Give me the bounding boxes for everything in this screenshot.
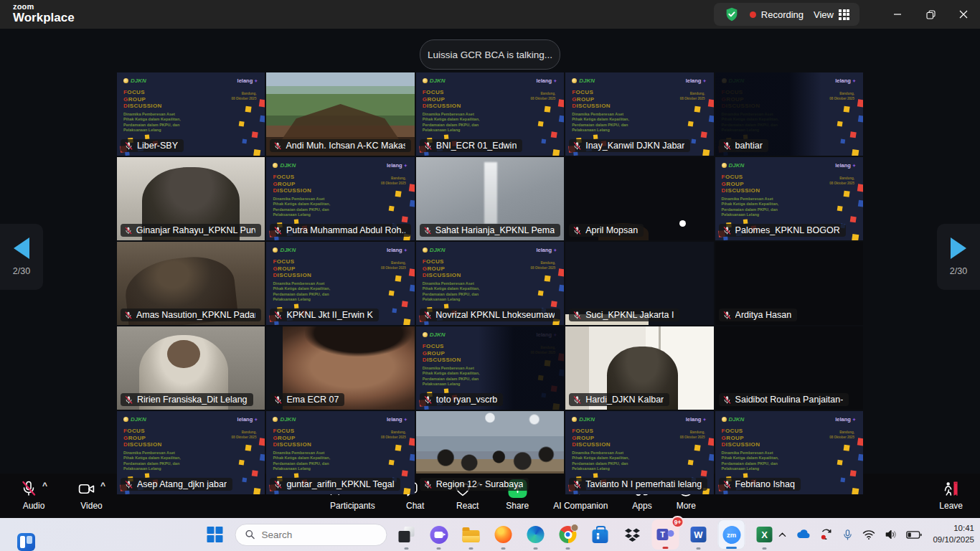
participant-tile[interactable]: DJKN lelang ✦ Bandung, 08 Oktober 2025 F… <box>416 242 564 325</box>
minimize-button[interactable] <box>881 0 914 29</box>
file-explorer-button[interactable] <box>458 518 484 551</box>
participant-tile[interactable]: Ema ECR 07 <box>266 326 414 410</box>
participant-tile[interactable]: DJKN lelang ✦ Bandung, 08 Oktober 2025 F… <box>117 411 265 494</box>
participant-tile[interactable]: DJKN lelang ✦ Bandung, 08 Oktober 2025 F… <box>565 72 713 156</box>
participant-name-label: Febriano Ishaq <box>719 478 801 491</box>
recording-indicator[interactable]: Recording <box>750 9 804 20</box>
windows-taskbar: T 9+ W zm X <box>0 518 980 551</box>
chrome-button[interactable] <box>555 518 581 551</box>
lelang-logo: lelang ✦ <box>387 247 407 253</box>
taskbar-clock[interactable]: 10:41 09/10/2025 <box>933 523 974 545</box>
djkn-logo-icon <box>572 417 577 422</box>
gallery-next-page-button[interactable]: 2/30 <box>937 224 980 290</box>
word-button[interactable]: W <box>686 518 712 551</box>
participant-name: April Mopsan <box>585 225 638 235</box>
participant-name-label: Saidibot Roulina Panjaitan- <box>719 393 849 406</box>
participant-tile[interactable]: Hardi_DJKN Kalbar <box>565 326 713 410</box>
participant-tile[interactable]: DJKN lelang ✦ Bandung, 08 Oktober 2025 F… <box>565 411 713 494</box>
participant-tile[interactable]: Andi Muh. Ichsan A-KC Makas... <box>266 72 414 156</box>
participant-tile[interactable]: Ririen Fransiska_Dit Lelang <box>117 326 265 410</box>
participant-tile[interactable]: DJKN lelang ✦ Bandung, 08 Oktober 2025 F… <box>266 242 414 325</box>
participant-tile[interactable]: DJKN lelang ✦ Bandung, 08 Oktober 2025 F… <box>266 157 414 240</box>
participant-tile[interactable]: DJKN lelang ✦ Bandung, 08 Oktober 2025 F… <box>715 157 863 240</box>
zoom-app-button[interactable]: zm <box>718 519 745 550</box>
edge-button[interactable] <box>523 518 549 551</box>
teams-button[interactable]: T 9+ <box>652 519 679 550</box>
participant-tile[interactable]: April Mopsan <box>565 157 713 240</box>
participant-name-label: Arditya Hasan <box>719 309 798 321</box>
participant-tile[interactable]: Saidibot Roulina Panjaitan- <box>715 326 863 410</box>
video-options-chevron[interactable]: ^ <box>100 481 105 491</box>
lelang-star-icon: ✦ <box>404 418 407 422</box>
participant-name-label: guntar_arifin_KPKNL Tegal <box>270 478 400 491</box>
widgets-button[interactable] <box>13 525 39 551</box>
participant-tile[interactable]: DJKN lelang ✦ Bandung, 08 Oktober 2025 F… <box>266 411 414 494</box>
participant-name-label: Ginanjar Rahayu_KPKNL Purw... <box>121 224 261 237</box>
lelang-star-icon: ✦ <box>553 79 557 83</box>
chat-app-button[interactable] <box>426 518 452 551</box>
slide-title: FOCUS GROUP DISCUSSION <box>423 343 564 364</box>
brand-workplace: Workplace <box>13 11 75 24</box>
wifi-icon[interactable] <box>862 527 876 542</box>
djkn-logo: DJKN <box>123 416 146 423</box>
participant-tile[interactable]: DJKN lelang ✦ Bandung, 08 Oktober 2025 F… <box>715 411 863 494</box>
tray-chevron-up-icon[interactable] <box>777 529 788 540</box>
lelang-star-icon: ✦ <box>553 333 557 337</box>
excel-button[interactable]: X <box>752 518 778 551</box>
participant-tile[interactable]: Amas Nasution_KPKNL Padan... <box>117 242 265 325</box>
window-titlebar: zoom Workplace Recording View <box>0 0 980 29</box>
close-button[interactable] <box>947 0 980 29</box>
dropbox-button[interactable] <box>620 518 646 551</box>
mic-muted-icon <box>273 141 282 151</box>
firefox-button[interactable] <box>491 518 517 551</box>
onedrive-icon[interactable] <box>796 527 811 542</box>
participant-tile[interactable]: DJKN lelang ✦ Bandung, 08 Oktober 2025 F… <box>117 72 265 156</box>
participant-name: bahtiar <box>735 141 763 151</box>
microsoft-store-button[interactable] <box>588 518 613 551</box>
search-icon <box>245 529 256 540</box>
sync-status-icon[interactable] <box>819 527 834 542</box>
gallery-prev-page-button[interactable]: 2/30 <box>0 224 43 290</box>
restore-icon <box>926 10 936 19</box>
folder-icon <box>463 530 480 542</box>
audio-button[interactable]: ^ Audio <box>20 479 47 511</box>
audio-options-chevron[interactable]: ^ <box>42 481 47 491</box>
participant-tile[interactable]: Ginanjar Rahayu_KPKNL Purw... <box>117 157 265 240</box>
battery-icon[interactable] <box>906 530 922 540</box>
participant-tile[interactable]: DJKN lelang ✦ Bandung, 08 Oktober 2025 F… <box>715 72 863 156</box>
search-input[interactable] <box>262 529 369 540</box>
running-indicator <box>697 547 701 550</box>
slide-body: Dinamika Pemberesan Aset Pihak Ketiga da… <box>722 112 806 133</box>
snipping-tool-button[interactable] <box>394 518 420 551</box>
restore-button[interactable] <box>914 0 947 29</box>
widgets-icon <box>17 533 35 551</box>
chrome-profile-avatar <box>571 524 579 532</box>
leave-button[interactable]: Leave <box>939 479 963 511</box>
participant-name: Febriano Ishaq <box>735 479 795 489</box>
volume-icon[interactable] <box>884 527 898 542</box>
start-button[interactable] <box>203 518 229 551</box>
word-icon: W <box>691 527 707 542</box>
participant-tile[interactable]: Suci_KPKNL Jakarta I <box>565 242 713 325</box>
video-button[interactable]: ^ Video <box>77 479 105 511</box>
taskbar-search[interactable] <box>235 524 387 546</box>
participant-name-label: BNI_ECR 01_Edwin <box>420 139 523 152</box>
participant-tile[interactable]: DJKN lelang ✦ Bandung, 08 Oktober 2025 F… <box>416 326 564 410</box>
lelang-star-icon: ✦ <box>703 418 707 422</box>
lelang-star-icon: ✦ <box>404 248 407 253</box>
participant-tile[interactable]: DJKN lelang ✦ Bandung, 08 Oktober 2025 F… <box>416 72 564 156</box>
djkn-logo: DJKN <box>423 247 446 253</box>
view-button[interactable]: View <box>814 9 849 20</box>
mic-muted-icon <box>573 226 582 235</box>
slide-body: Dinamika Pemberesan Aset Pihak Ketiga da… <box>423 366 507 387</box>
participant-name-label: Ririen Fransiska_Dit Lelang <box>121 393 253 406</box>
participant-name: Andi Muh. Ichsan A-KC Makas... <box>286 141 405 151</box>
tray-microphone-icon[interactable] <box>842 529 854 541</box>
security-shield-icon[interactable] <box>724 6 740 22</box>
participant-tile[interactable]: Arditya Hasan <box>715 242 863 325</box>
participant-name-label: Novrizal KPKNL Lhokseumawe <box>420 309 560 321</box>
lelang-logo: lelang ✦ <box>237 77 258 84</box>
mic-muted-icon <box>423 226 432 235</box>
lelang-star-icon: ✦ <box>404 164 407 168</box>
participant-tile[interactable]: Sahat Harianja_KPKNL Pemat... <box>416 157 564 240</box>
